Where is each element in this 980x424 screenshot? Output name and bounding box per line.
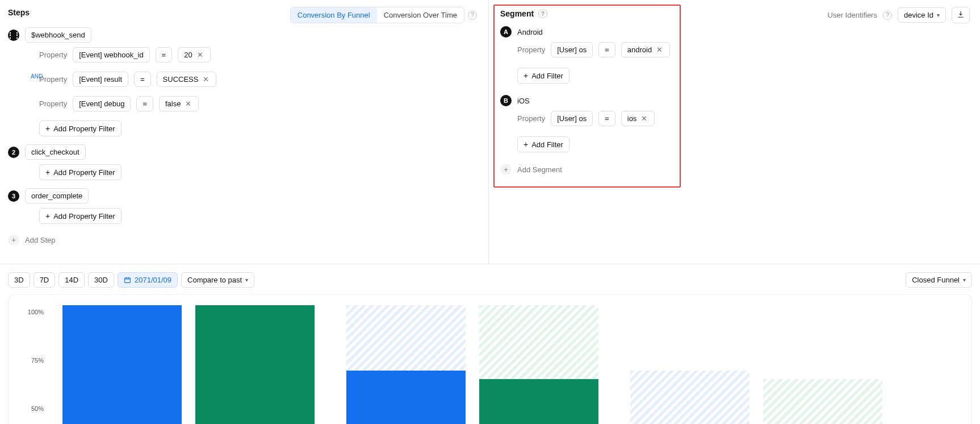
plus-icon: + — [523, 140, 528, 149]
range-30d[interactable]: 30D — [88, 272, 114, 288]
help-icon[interactable]: ? — [538, 9, 547, 18]
ytick-75: 75% — [31, 357, 44, 364]
segment-highlight-box: Segment ? A Android Property [User] os =… — [493, 5, 681, 188]
conversion-tabs: Conversion By Funnel Conversion Over Tim… — [290, 7, 464, 23]
y-axis: 100% 75% 50% — [20, 301, 48, 424]
download-icon — [957, 10, 965, 18]
segment-title: Segment — [500, 9, 534, 18]
plus-icon: + — [45, 124, 50, 133]
add-segment-icon[interactable]: + — [500, 164, 512, 175]
date-picker[interactable]: 2071/01/09 — [118, 272, 178, 288]
prop1-val-text: 20 — [184, 51, 192, 59]
remove-icon[interactable]: ✕ — [640, 114, 648, 123]
ytick-50: 50% — [31, 405, 44, 412]
step-3-event[interactable]: order_complete — [25, 188, 89, 203]
prop3-name[interactable]: [Event] debug — [73, 96, 131, 111]
property-label: Property — [39, 51, 67, 59]
prop2-name[interactable]: [Event] result — [73, 72, 128, 87]
compare-to-past[interactable]: Compare to past ▾ — [181, 272, 254, 288]
ytick-100: 100% — [28, 309, 44, 315]
range-14d[interactable]: 14D — [58, 272, 85, 288]
prop1-name[interactable]: [Event] webhook_id — [73, 47, 149, 63]
seg-a-val-text: android — [627, 45, 652, 54]
funnel-type-select[interactable]: Closed Funnel ▾ — [906, 272, 972, 288]
add-filter-label: Add Filter — [531, 140, 563, 149]
property-label: Property — [39, 99, 67, 108]
step-2-badge: 2 — [8, 147, 19, 158]
funnel-chart: 100% 75% 50% 100% 100% — [8, 294, 972, 424]
prop3-op[interactable]: = — [136, 96, 153, 111]
remove-icon[interactable]: ✕ — [196, 51, 204, 59]
add-property-filter-button[interactable]: +Add Property Filter — [39, 164, 122, 180]
chevron-down-icon: ▾ — [963, 277, 966, 283]
seg-b-val-text: ios — [627, 114, 637, 123]
add-filter-label: Add Filter — [531, 72, 563, 80]
add-segment-button[interactable]: Add Segment — [517, 165, 562, 174]
seg-b-val[interactable]: ios ✕ — [621, 111, 655, 126]
range-3d[interactable]: 3D — [8, 272, 30, 288]
prop2-val-text: SUCCESS — [163, 75, 199, 84]
segment-b-name[interactable]: iOS — [517, 97, 530, 105]
device-id-value: device Id — [904, 11, 933, 19]
add-prop-label: Add Property Filter — [53, 124, 115, 133]
tab-conversion-time[interactable]: Conversion Over Time — [377, 7, 464, 23]
prop3-val-text: false — [165, 99, 181, 108]
seg-a-val[interactable]: android ✕ — [621, 42, 670, 57]
add-property-filter-button[interactable]: +Add Property Filter — [39, 208, 122, 224]
segment-a-name[interactable]: Android — [517, 28, 543, 36]
prop1-val[interactable]: 20 ✕ — [178, 47, 210, 63]
prop3-val[interactable]: false ✕ — [159, 96, 199, 111]
device-id-select[interactable]: device Id ▾ — [898, 7, 946, 23]
remove-icon[interactable]: ✕ — [655, 45, 664, 54]
step-3-badge: 3 — [8, 190, 19, 202]
add-filter-button[interactable]: +Add Filter — [517, 68, 569, 84]
add-property-filter-button[interactable]: +Add Property Filter — [39, 120, 122, 136]
remove-icon[interactable]: ✕ — [202, 75, 210, 84]
plus-icon: + — [45, 168, 50, 177]
chevron-down-icon: ▾ — [245, 277, 248, 283]
property-label: Property — [517, 45, 545, 54]
plus-icon: + — [45, 211, 50, 221]
date-value: 2071/01/09 — [135, 276, 171, 284]
seg-a-prop-name[interactable]: [User] os — [551, 42, 593, 57]
plus-icon: + — [523, 71, 528, 80]
add-prop-label: Add Property Filter — [53, 212, 115, 221]
prop1-op[interactable]: = — [156, 47, 173, 63]
download-button[interactable] — [952, 7, 970, 23]
chevron-down-icon: ▾ — [937, 12, 940, 18]
add-step-button[interactable]: Add Step — [25, 236, 56, 244]
help-icon[interactable]: ? — [883, 11, 892, 20]
add-filter-button[interactable]: +Add Filter — [517, 136, 569, 152]
step-1-event[interactable]: $webhook_send — [25, 27, 91, 43]
svg-rect-0 — [125, 278, 131, 283]
calendar-icon — [124, 276, 131, 284]
seg-a-op[interactable]: = — [598, 42, 615, 57]
remove-icon[interactable]: ✕ — [184, 99, 192, 108]
property-label: Property — [39, 75, 67, 84]
user-identifiers-label: User Identifiers — [828, 11, 877, 19]
seg-b-op[interactable]: = — [598, 111, 615, 126]
help-icon[interactable]: ? — [468, 11, 477, 20]
step-2-event[interactable]: click_checkout — [25, 144, 86, 160]
segment-b-badge: B — [500, 95, 512, 106]
add-step-icon[interactable]: + — [8, 234, 19, 246]
compare-label: Compare to past — [187, 276, 242, 284]
drag-handle-icon[interactable]: ⋮⋮ — [8, 30, 19, 41]
funnel-type-label: Closed Funnel — [912, 276, 960, 284]
prop2-val[interactable]: SUCCESS ✕ — [157, 72, 217, 87]
seg-b-prop-name[interactable]: [User] os — [551, 111, 593, 126]
tab-conversion-funnel[interactable]: Conversion By Funnel — [291, 7, 377, 23]
add-prop-label: Add Property Filter — [53, 168, 115, 177]
segment-a-badge: A — [500, 26, 512, 38]
prop2-op[interactable]: = — [134, 72, 151, 87]
property-label: Property — [517, 114, 545, 123]
range-7d[interactable]: 7D — [33, 272, 56, 288]
